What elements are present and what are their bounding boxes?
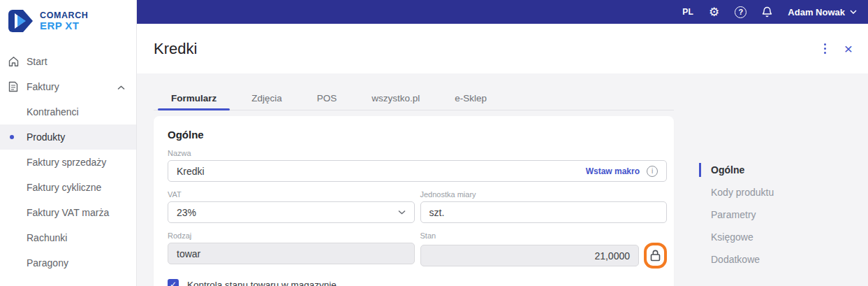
stan-label: Stan bbox=[420, 231, 668, 240]
tab-e-sklep[interactable]: e-Sklep bbox=[437, 87, 504, 110]
secnav-ksiegowe[interactable]: Księgowe bbox=[699, 230, 774, 244]
help-icon[interactable]: ? bbox=[735, 6, 746, 18]
more-options-icon[interactable] bbox=[820, 41, 830, 57]
brand-line2: ERP XT bbox=[40, 20, 88, 31]
section-nav: Ogólne Kody produktu Parametry Księgowe … bbox=[699, 163, 774, 266]
tab-zdjecia[interactable]: Zdjęcia bbox=[234, 87, 300, 110]
sidebar-item-produkty[interactable]: Produkty bbox=[0, 124, 136, 150]
vat-value: 23% bbox=[177, 207, 398, 218]
tab-formularz[interactable]: Formularz bbox=[154, 87, 234, 110]
sidebar-item-kontrahenci[interactable]: Kontrahenci bbox=[0, 99, 136, 124]
rodzaj-label: Rodzaj bbox=[168, 231, 415, 240]
comarch-logo-icon bbox=[8, 10, 34, 32]
language-selector[interactable]: PL bbox=[682, 7, 693, 17]
lock-icon bbox=[650, 250, 661, 262]
kontrola-checkbox-row[interactable]: ✓ Kontrola stanu towaru w magazynie bbox=[168, 279, 667, 286]
sidebar-item-faktury-vat-marza[interactable]: Faktury VAT marża bbox=[0, 200, 136, 225]
brand-line1: COMARCH bbox=[40, 11, 88, 20]
jednostka-label: Jednostka miary bbox=[420, 190, 668, 199]
left-sidebar: COMARCH ERP XT Start Faktury bbox=[0, 0, 137, 286]
page-title: Kredki bbox=[154, 40, 820, 58]
user-menu[interactable]: Adam Nowak bbox=[788, 7, 857, 17]
app-window: COMARCH ERP XT Start Faktury bbox=[0, 0, 868, 286]
active-dot-icon bbox=[10, 135, 14, 139]
stan-value: 21,0000 bbox=[594, 250, 630, 262]
secnav-parametry[interactable]: Parametry bbox=[699, 208, 774, 222]
bell-icon[interactable] bbox=[762, 6, 772, 17]
gear-icon[interactable]: ⚙ bbox=[709, 6, 719, 18]
user-name: Adam Nowak bbox=[788, 7, 845, 17]
home-icon bbox=[0, 56, 27, 67]
chevron-down-icon bbox=[850, 10, 857, 14]
section-title: Ogólne bbox=[168, 129, 667, 141]
sidebar-menu: Start Faktury Kontrahenci Produkty Faktu… bbox=[0, 49, 136, 276]
page-header: Kredki × bbox=[137, 24, 868, 73]
sidebar-item-faktury[interactable]: Faktury bbox=[0, 74, 136, 99]
document-icon bbox=[0, 81, 27, 92]
sidebar-item-faktury-sprzedazy[interactable]: Faktury sprzedaży bbox=[0, 150, 136, 175]
chevron-down-icon bbox=[398, 210, 406, 215]
chevron-up-icon bbox=[117, 81, 125, 92]
nazwa-value: Kredki bbox=[177, 166, 586, 177]
sidebar-item-rachunki[interactable]: Rachunki bbox=[0, 225, 136, 250]
wstaw-makro-link[interactable]: Wstaw makro bbox=[586, 166, 640, 176]
sidebar-item-faktury-cykliczne[interactable]: Faktury cykliczne bbox=[0, 175, 136, 200]
info-icon[interactable]: i bbox=[647, 166, 658, 177]
form-card: Ogólne Nazwa Kredki Wstaw makro i VAT 23… bbox=[154, 116, 674, 286]
jednostka-value: szt. bbox=[429, 207, 659, 218]
checkbox-checked-icon[interactable]: ✓ bbox=[168, 279, 179, 286]
stan-input: 21,0000 bbox=[420, 245, 640, 266]
rodzaj-input: towar bbox=[168, 243, 415, 264]
rodzaj-value: towar bbox=[177, 248, 406, 259]
brand-logo[interactable]: COMARCH ERP XT bbox=[0, 0, 136, 41]
secnav-ogolne[interactable]: Ogólne bbox=[699, 163, 774, 177]
sidebar-item-paragony[interactable]: Paragony bbox=[0, 250, 136, 276]
tab-strip: Formularz Zdjęcia POS wszystko.pl e-Skle… bbox=[154, 87, 674, 110]
tab-wszystko-pl[interactable]: wszystko.pl bbox=[354, 87, 437, 110]
jednostka-input[interactable]: szt. bbox=[420, 201, 668, 223]
secnav-dodatkowe[interactable]: Dodatkowe bbox=[699, 252, 774, 266]
close-icon[interactable]: × bbox=[844, 41, 853, 56]
vat-label: VAT bbox=[168, 190, 415, 199]
tab-pos[interactable]: POS bbox=[300, 87, 355, 110]
nazwa-input[interactable]: Kredki Wstaw makro i bbox=[168, 160, 667, 182]
kontrola-label: Kontrola stanu towaru w magazynie bbox=[187, 280, 337, 286]
secnav-kody-produktu[interactable]: Kody produktu bbox=[699, 185, 774, 199]
nazwa-label: Nazwa bbox=[168, 149, 667, 157]
top-bar: PL ⚙ ? Adam Nowak bbox=[137, 0, 868, 24]
sidebar-item-start[interactable]: Start bbox=[0, 49, 136, 74]
vat-select[interactable]: 23% bbox=[168, 201, 415, 223]
content-area: Formularz Zdjęcia POS wszystko.pl e-Skle… bbox=[137, 73, 868, 286]
highlight-annotation[interactable] bbox=[644, 243, 667, 269]
